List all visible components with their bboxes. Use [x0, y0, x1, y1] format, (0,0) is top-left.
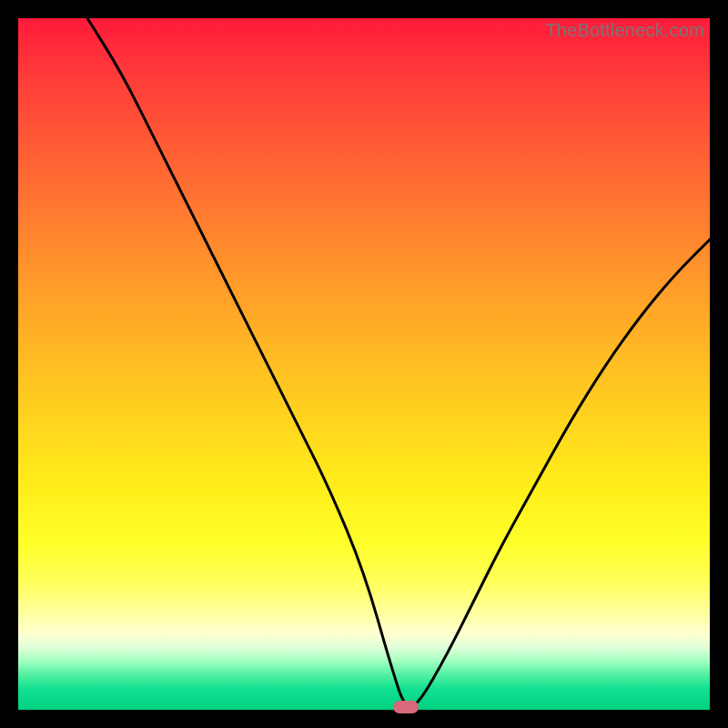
curve-path — [87, 18, 710, 707]
optimal-marker — [393, 701, 419, 713]
plot-area: TheBottleneck.com — [18, 18, 710, 710]
bottleneck-curve — [18, 18, 710, 710]
chart-frame: TheBottleneck.com — [0, 0, 728, 728]
